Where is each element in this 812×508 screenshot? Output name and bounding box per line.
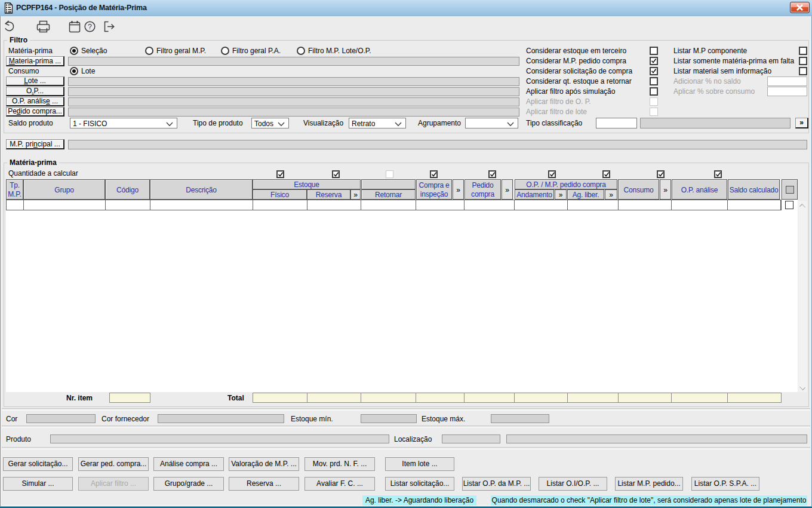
svg-text:?: ? (88, 23, 92, 31)
